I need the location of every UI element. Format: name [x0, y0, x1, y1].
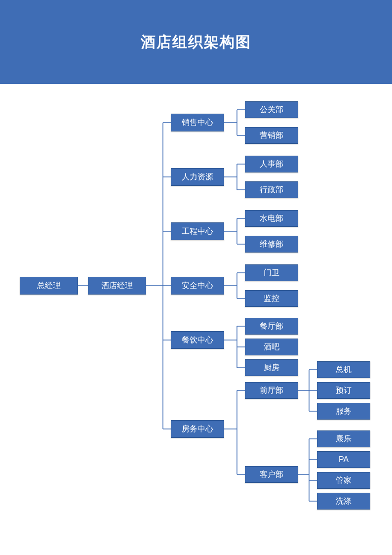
- node-utilities: 水电部: [245, 210, 298, 227]
- node-hotel-manager: 酒店经理: [88, 277, 146, 295]
- node-gm: 总经理: [20, 277, 78, 295]
- node-pa: PA: [317, 451, 370, 468]
- node-sales-center: 销售中心: [171, 114, 224, 131]
- node-mkt: 营销部: [245, 127, 298, 144]
- node-reservation: 预订: [317, 382, 370, 399]
- node-customer: 客户部: [245, 466, 298, 483]
- node-cctv: 监控: [245, 290, 298, 307]
- node-switchboard: 总机: [317, 361, 370, 378]
- node-front-office: 前厅部: [245, 382, 298, 399]
- org-chart-canvas: 总经理 酒店经理 销售中心 人力资源 工程中心 安全中心 餐饮中心 房务中心 公…: [0, 84, 392, 555]
- node-eng-center: 工程中心: [171, 222, 224, 240]
- node-butler: 管家: [317, 472, 370, 489]
- node-admin: 行政部: [245, 181, 298, 198]
- node-service: 服务: [317, 403, 370, 420]
- node-bar: 酒吧: [245, 339, 298, 355]
- node-laundry: 洗涤: [317, 493, 370, 510]
- node-fb-center: 餐饮中心: [171, 331, 224, 349]
- node-guard: 门卫: [245, 264, 298, 281]
- node-restaurant: 餐厅部: [245, 318, 298, 335]
- node-kitchen: 厨房: [245, 359, 298, 376]
- page-header: 酒店组织架构图: [0, 0, 392, 84]
- node-personnel: 人事部: [245, 156, 298, 172]
- node-recreation: 康乐: [317, 430, 370, 447]
- node-pr: 公关部: [245, 101, 298, 118]
- page-title: 酒店组织架构图: [141, 32, 251, 52]
- node-safety-center: 安全中心: [171, 277, 224, 295]
- node-maintenance: 维修部: [245, 236, 298, 253]
- node-hr-center: 人力资源: [171, 168, 224, 186]
- node-rooms-center: 房务中心: [171, 420, 224, 438]
